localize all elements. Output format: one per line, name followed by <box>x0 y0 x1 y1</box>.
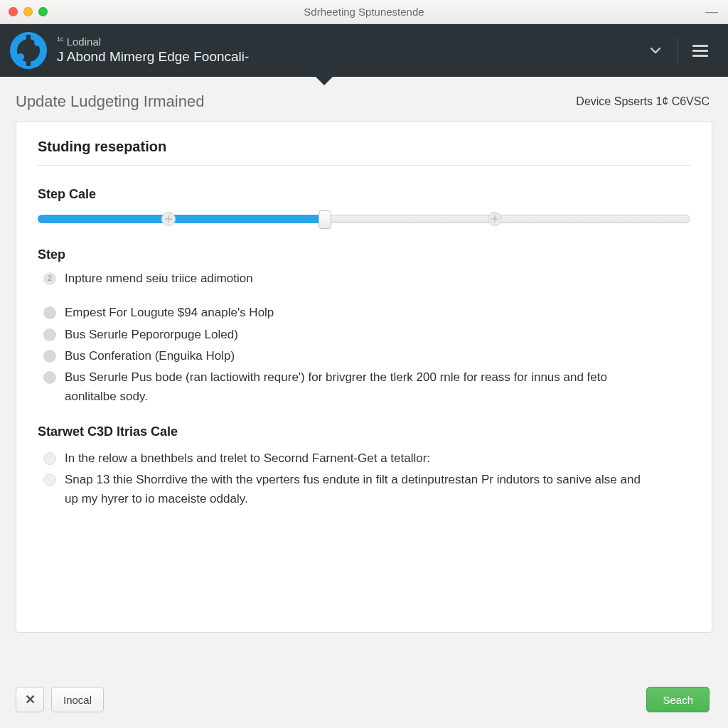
step-number-badge: 2 <box>43 272 56 285</box>
header-divider <box>678 38 678 63</box>
zoom-window-button[interactable] <box>38 7 48 16</box>
window-titlebar: Sdrheeting Sptunestende — <box>0 0 728 24</box>
header-dropdown-button[interactable] <box>638 36 673 65</box>
close-button[interactable]: ✕ <box>16 687 44 712</box>
slider-thumb[interactable] <box>318 210 331 229</box>
header-line-2: J Abond Mimerg Edge Fooncali- <box>57 48 249 66</box>
cancel-button[interactable]: Inocal <box>51 687 104 712</box>
close-window-button[interactable] <box>9 7 18 16</box>
search-button[interactable]: Seach <box>646 687 710 712</box>
info-bullet-icon <box>43 452 56 465</box>
footer: ✕ Inocal Seach <box>0 674 728 728</box>
window-title: Sdrheeting Sptunestende <box>0 6 728 18</box>
slider-tick-mark <box>488 212 502 226</box>
list-item: In the relow a bnethbels and trelet to S… <box>43 449 690 468</box>
section-2-heading: Starwet C3D Itrias Cale <box>38 424 690 439</box>
card-title: Studing resepation <box>38 139 690 166</box>
list-item: Snap 13 thie Shorrdive the with the vper… <box>43 471 690 508</box>
page-title: Update Ludgeting Irmained <box>16 92 204 111</box>
chevron-down-icon <box>649 44 662 57</box>
minimize-window-button[interactable] <box>23 7 33 16</box>
header-text-block: 1c Lodinal J Abond Mimerg Edge Fooncali- <box>57 35 249 66</box>
step-list: 2Inpture nmend seiu triice adimotion Emp… <box>38 269 690 406</box>
list-item: Bus Conferation (Enguika Holp) <box>43 347 690 365</box>
list-item: Bus Serurle Pepororpuge Loled) <box>43 326 690 344</box>
traffic-lights <box>9 7 48 16</box>
bullet-icon <box>43 350 56 363</box>
bullet-icon <box>43 306 56 319</box>
slider-label: Step Cale <box>38 187 690 202</box>
device-status: Device Spserts 1¢ C6VSC <box>576 95 710 108</box>
window-minimize-dash-icon[interactable]: — <box>705 4 718 19</box>
close-icon: ✕ <box>25 692 36 707</box>
app-logo-icon <box>10 32 47 69</box>
list-item: Empest For Lougute $94 anaple's Holp <box>43 304 690 322</box>
hamburger-icon <box>692 45 708 57</box>
info-bullet-icon <box>43 473 56 486</box>
app-header: 1c Lodinal J Abond Mimerg Edge Fooncali- <box>0 24 728 77</box>
header-line-1: 1c Lodinal <box>57 35 249 49</box>
header-menu-button[interactable] <box>682 36 718 65</box>
notes-list: In the relow a bnethbels and trelet to S… <box>38 449 690 508</box>
list-item: Bus Serurle Pus bode (ran lactiowith req… <box>43 368 690 406</box>
step-slider[interactable] <box>38 209 690 228</box>
step-heading: Step <box>38 247 690 262</box>
main-card: Studing resepation Step Cale Step 2Inptu… <box>16 121 712 633</box>
subheader: Update Ludgeting Irmained Device Spserts… <box>0 77 728 121</box>
bullet-icon <box>43 328 56 341</box>
header-pointer-notch-icon <box>316 77 333 85</box>
bullet-icon <box>43 371 56 384</box>
slider-fill <box>38 215 325 223</box>
slider-tick-mark <box>161 212 176 226</box>
list-item: 2Inpture nmend seiu triice adimotion <box>43 269 690 288</box>
